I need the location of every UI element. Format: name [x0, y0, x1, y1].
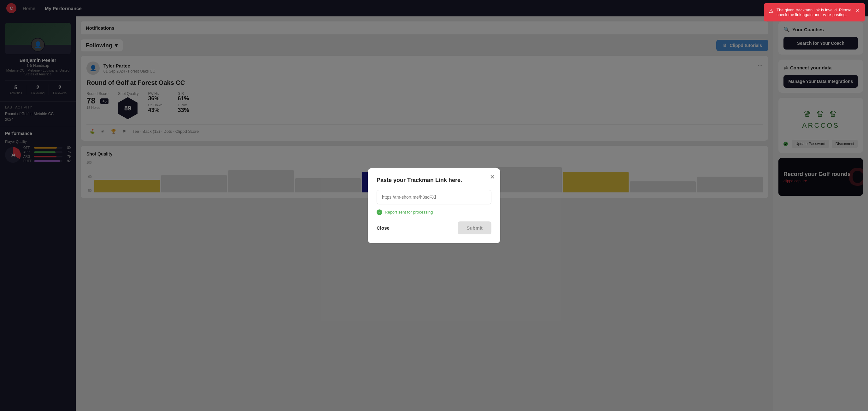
error-toast: ⚠ The given trackman link is invalid. Pl…: [764, 3, 865, 22]
success-icon: ✓: [377, 210, 382, 215]
trackman-modal: Paste your Trackman Link here. ✕ ✓ Repor…: [368, 168, 500, 243]
modal-close-icon-button[interactable]: ✕: [490, 173, 495, 181]
modal-actions: Close Submit: [377, 221, 491, 234]
toast-close-button[interactable]: ✕: [856, 7, 860, 13]
trackman-link-input[interactable]: [377, 190, 491, 204]
warning-icon: ⚠: [769, 8, 773, 14]
modal-submit-button[interactable]: Submit: [458, 221, 491, 234]
modal-success-message: ✓ Report sent for processing: [377, 210, 491, 215]
modal-close-button[interactable]: Close: [377, 225, 390, 230]
modal-title: Paste your Trackman Link here.: [377, 177, 491, 184]
success-text: Report sent for processing: [385, 210, 433, 215]
modal-overlay: Paste your Trackman Link here. ✕ ✓ Repor…: [0, 0, 868, 411]
toast-message: The given trackman link is invalid. Plea…: [777, 7, 852, 17]
